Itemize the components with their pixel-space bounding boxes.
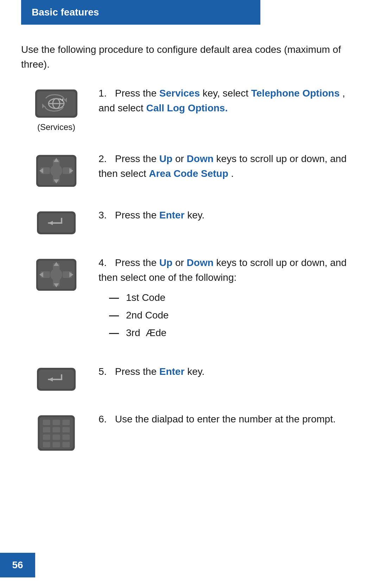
step-2-text: 2. Press the Up or Down keys to scroll u… (91, 151, 359, 181)
step-row-1: (Services) 1. Press the Services key, se… (21, 86, 359, 132)
header-bar: Basic features (21, 0, 260, 25)
step-6-icon-col (21, 412, 91, 452)
svg-rect-39 (62, 420, 70, 425)
svg-rect-42 (62, 427, 70, 432)
step-2-down: Down (187, 153, 214, 164)
svg-rect-37 (43, 420, 50, 425)
step-2-up: Up (159, 153, 172, 164)
step-1-calllog: Call Log Options. (146, 103, 228, 113)
svg-rect-44 (52, 434, 60, 440)
intro-text: Use the following procedure to configure… (21, 42, 359, 72)
services-key-icon (33, 88, 79, 119)
step-5-icon-col (21, 364, 91, 392)
step-4-sublist: — 1st Code — 2nd Code — 3rd Æde (109, 292, 359, 339)
svg-rect-45 (62, 434, 70, 440)
step-1-text: 1. Press the Services key, select Teleph… (91, 86, 359, 116)
nav-key-icon (33, 153, 79, 188)
step-5-num: 5. (99, 366, 112, 377)
dialpad-key-icon (35, 414, 77, 452)
step-3-text: 3. Press the Enter key. (91, 208, 359, 223)
enter-key-icon-2 (35, 366, 77, 392)
step-3-num: 3. (99, 210, 112, 221)
svg-rect-41 (52, 427, 60, 432)
page-footer: 56 (0, 553, 35, 577)
step-2-areacode: Area Code Setup (149, 168, 228, 179)
header-title: Basic features (32, 7, 99, 18)
step-4-text: 4. Press the Up or Down keys to scroll u… (91, 255, 359, 345)
nav-key-icon-2 (33, 257, 79, 292)
services-label: (Services) (37, 122, 75, 132)
enter-key-icon (35, 210, 77, 236)
step-6-text: 6. Use the dialpad to enter the number a… (91, 412, 359, 427)
svg-rect-47 (52, 442, 60, 447)
step-4-num: 4. (99, 257, 112, 268)
step-row-3: 3. Press the Enter key. (21, 208, 359, 236)
step-4-up: Up (159, 257, 172, 268)
sublist-item-2: — 2nd Code (109, 310, 359, 321)
step-1-num: 1. (99, 88, 112, 99)
steps-container: (Services) 1. Press the Services key, se… (21, 86, 359, 452)
svg-rect-48 (62, 442, 70, 447)
step-row-2: 2. Press the Up or Down keys to scroll u… (21, 151, 359, 188)
step-1-services: Services (159, 88, 200, 99)
svg-rect-40 (43, 427, 50, 432)
step-row-6: 6. Use the dialpad to enter the number a… (21, 412, 359, 452)
page-number: 56 (12, 559, 23, 571)
step-1-telephone: Telephone Options (251, 88, 340, 99)
step-4-down: Down (187, 257, 214, 268)
step-5-text: 5. Press the Enter key. (91, 364, 359, 379)
step-4-icon-col (21, 255, 91, 292)
step-3-icon-col (21, 208, 91, 236)
svg-rect-46 (43, 442, 50, 447)
step-row-5: 5. Press the Enter key. (21, 364, 359, 392)
step-6-num: 6. (99, 414, 112, 425)
step-1-icon-col: (Services) (21, 86, 91, 132)
sublist-item-3: — 3rd Æde (109, 327, 359, 339)
step-3-enter: Enter (159, 210, 185, 221)
sublist-item-1: — 1st Code (109, 292, 359, 303)
step-2-icon-col (21, 151, 91, 188)
step-row-4: 4. Press the Up or Down keys to scroll u… (21, 255, 359, 345)
svg-rect-38 (52, 420, 60, 425)
step-5-enter: Enter (159, 366, 185, 377)
step-2-num: 2. (99, 153, 112, 164)
svg-rect-43 (43, 434, 50, 440)
